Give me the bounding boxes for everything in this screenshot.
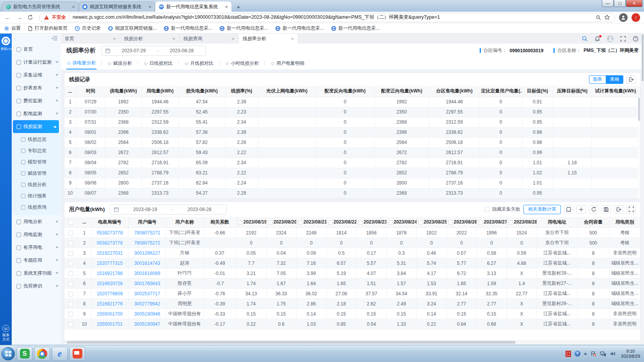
table-row[interactable]: 1015550017013005190947中国铁塔股份有-0.170.220.… bbox=[64, 319, 640, 329]
date-column-header[interactable]: 2023/08/26 bbox=[447, 217, 477, 228]
table-toggle-button[interactable]: 表格 bbox=[606, 75, 623, 84]
sidebar-item-用电监测[interactable]: 用电监测 bbox=[12, 228, 61, 241]
column-header[interactable]: 损失电量(kWh) bbox=[178, 86, 225, 97]
column-header[interactable]: ... bbox=[78, 217, 91, 228]
sidebar-subitem-线损查询[interactable]: 线损查询 bbox=[12, 202, 61, 213]
app-tab-close-icon[interactable]: × bbox=[113, 36, 116, 42]
table-row[interactable]: 508/0225642506.1857.822.26025642506.1800… bbox=[64, 137, 640, 147]
column-header[interactable]: 目标值(%) bbox=[522, 86, 553, 97]
date-column-header[interactable]: 2023/08/23 bbox=[356, 217, 386, 228]
maximize-button[interactable]: ▢ bbox=[614, 0, 626, 7]
chrome-taskbar-icon[interactable] bbox=[34, 347, 50, 361]
row-checkbox[interactable] bbox=[64, 228, 78, 238]
sidebar-item-首页[interactable]: 首页 bbox=[12, 43, 61, 56]
column-header[interactable]: 用户名称 bbox=[166, 217, 203, 228]
help-tray-icon[interactable]: ? bbox=[575, 351, 580, 357]
minimize-button[interactable]: — bbox=[602, 0, 614, 7]
date-checkbox[interactable] bbox=[238, 220, 242, 225]
subtab-赋值分析[interactable]: ◇赋值分析 bbox=[107, 57, 132, 69]
column-header[interactable]: 相关系数 bbox=[203, 217, 236, 228]
meter-number-link[interactable]: 1555001700 bbox=[97, 311, 123, 317]
user-number-link[interactable]: 3005190947 bbox=[134, 321, 160, 327]
table-row[interactable]: 207/3023502297.5552.452.23023502297.5500… bbox=[64, 107, 640, 117]
date-column-header[interactable]: 2023/08/27 bbox=[477, 217, 507, 228]
user-number-link[interactable]: 7808075272 bbox=[134, 240, 160, 246]
table-row[interactable]: 307/3123682312.5955.412.34023682312.5900… bbox=[64, 117, 640, 127]
close-button[interactable]: ✕ bbox=[626, 0, 642, 7]
grid-settings-icon[interactable] bbox=[564, 205, 573, 214]
column-header[interactable]: 用电地址 bbox=[537, 217, 577, 228]
date-checkbox[interactable] bbox=[388, 220, 393, 225]
user-number-link[interactable]: 3001296227 bbox=[134, 250, 160, 256]
url-text[interactable]: neweic.js.sgcc.com.cn/#/llm/line/LineRat… bbox=[73, 14, 592, 21]
wps-taskbar-icon[interactable]: S bbox=[17, 347, 32, 361]
forward-icon[interactable]: → bbox=[16, 14, 23, 21]
column-header[interactable]: 电表局编号 bbox=[91, 217, 128, 228]
date-checkbox[interactable] bbox=[509, 220, 513, 225]
table-row[interactable]: 105382737787808075272下坝(二)环美变-0.66219223… bbox=[64, 228, 640, 238]
sidebar-item-采集运维[interactable]: 采集运维 bbox=[12, 69, 61, 82]
table-row[interactable]: 315192270313001296227方林0.370.050.040.090… bbox=[64, 248, 640, 258]
subtab-日线损对比[interactable]: ◇日线损对比 bbox=[143, 57, 173, 69]
meter-number-link[interactable]: 1520776609 bbox=[97, 291, 123, 296]
bookmark-item[interactable]: 设置 bbox=[4, 25, 21, 32]
back-icon[interactable]: ← bbox=[4, 14, 12, 21]
sidebar-subitem-线损总览[interactable]: 线损总览 bbox=[12, 134, 61, 145]
table-row[interactable]: 408/0123962338.6257.382.39023962338.6200… bbox=[64, 127, 640, 137]
sidebar-item-用电分析[interactable]: 用电分析 bbox=[12, 215, 61, 228]
ime-stamp-icon[interactable] bbox=[566, 351, 571, 357]
address-bar[interactable]: 不安全 neweic.js.sgcc.com.cn/#/llm/line/Lin… bbox=[39, 13, 615, 22]
date-checkbox[interactable] bbox=[479, 220, 483, 225]
date-checkbox[interactable] bbox=[328, 220, 333, 225]
user-number-link[interactable]: 3001765643 bbox=[134, 281, 160, 286]
date-column-header[interactable]: 2023/08/21 bbox=[296, 217, 326, 228]
date-checkbox[interactable] bbox=[418, 220, 423, 225]
taskbar-clock[interactable]: 9:10 2023/8/29 bbox=[619, 349, 640, 359]
date-column-header[interactable]: 2023/08/25 bbox=[416, 217, 447, 228]
column-header[interactable]: 试计算线损率(%) bbox=[640, 86, 640, 97]
bookmark-item[interactable]: 能源互联网营销服... bbox=[108, 25, 157, 32]
export-icon[interactable] bbox=[614, 205, 623, 214]
row-checkbox[interactable] bbox=[64, 309, 78, 319]
date-checkbox[interactable] bbox=[298, 220, 302, 225]
bookmark-item[interactable]: 新一代用电信息采... bbox=[219, 25, 268, 32]
bookmark-item[interactable]: 历史记录 bbox=[75, 25, 101, 32]
volume-icon[interactable] bbox=[610, 351, 616, 357]
fullscreen-table-icon[interactable] bbox=[626, 205, 636, 214]
date-checkbox[interactable] bbox=[448, 220, 453, 225]
tab-close-icon[interactable]: × bbox=[148, 4, 151, 10]
browser-tab[interactable]: 新一代用电信息采集系统× bbox=[155, 2, 231, 12]
row-checkbox[interactable] bbox=[64, 299, 78, 309]
column-header[interactable]: 合同容量 bbox=[577, 217, 609, 228]
add-icon[interactable] bbox=[576, 205, 586, 214]
sidebar-subitem-专职总览[interactable]: 专职总览 bbox=[12, 145, 61, 156]
table-scrollbar[interactable] bbox=[638, 97, 640, 199]
subtab-供电量分析[interactable]: ◇供电量分析 bbox=[66, 57, 96, 69]
row-checkbox[interactable] bbox=[64, 258, 78, 268]
app-tab-close-icon[interactable]: × bbox=[172, 36, 175, 42]
zoom-icon[interactable] bbox=[596, 15, 601, 20]
column-header[interactable]: 光伏上网电量(kWh) bbox=[258, 86, 316, 97]
date-column-header[interactable]: 2023/08/19 bbox=[236, 217, 266, 228]
help-icon[interactable]: ? bbox=[633, 36, 639, 42]
column-header[interactable]: 配变正向电量(kWh) bbox=[374, 86, 429, 97]
sidebar-item-负荷辨识[interactable]: 负荷辨识 bbox=[12, 280, 61, 293]
sidebar-item-计量运行监测[interactable]: 计量运行监测 bbox=[12, 56, 61, 69]
tab-close-icon[interactable]: × bbox=[72, 4, 75, 10]
correlation-calc-button[interactable]: 相关系数计算 bbox=[523, 205, 561, 214]
contact-label[interactable]: 联系 方式 bbox=[2, 333, 9, 342]
browser-tab[interactable]: 能源互联网营销服务系统× bbox=[79, 2, 155, 12]
meter-number-link[interactable]: 0538273778 bbox=[97, 230, 123, 236]
table-row[interactable]: 515169217863001618089叶巧巧-0.013.217.053.9… bbox=[64, 268, 640, 279]
bookmark-item[interactable]: 新一代用电信息采... bbox=[164, 25, 212, 32]
refresh-icon[interactable] bbox=[27, 14, 35, 20]
meter-number-link[interactable]: 0538273778 bbox=[97, 240, 123, 246]
sidebar-subitem-模型管理[interactable]: 模型管理 bbox=[12, 156, 61, 168]
table-row[interactable]: 107/2919921944.4647.542.39019921944.4600… bbox=[64, 97, 640, 107]
bookmark-star-icon[interactable] bbox=[604, 14, 610, 20]
start-button[interactable] bbox=[2, 347, 15, 360]
meter-number-link[interactable]: 1519227031 bbox=[97, 250, 123, 256]
browser-update-icon[interactable]: ↑ bbox=[632, 13, 640, 22]
table-row[interactable]: 808/0528522788.7963.212.22028522788.7901… bbox=[64, 168, 640, 178]
meter-number-link[interactable]: 1516920726 bbox=[97, 281, 123, 286]
